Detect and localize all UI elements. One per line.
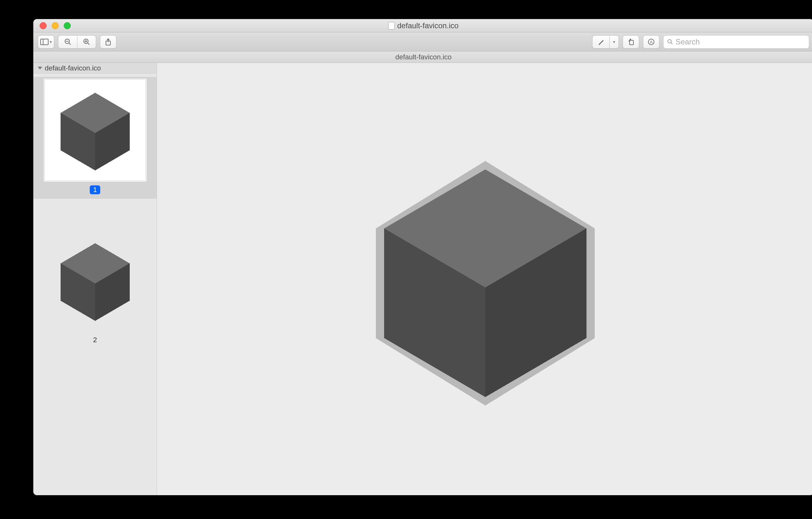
svg-rect-0 <box>40 39 48 45</box>
zoom-out-icon <box>64 38 71 46</box>
sidebar-toggle-icon <box>40 39 49 45</box>
markup-dropdown-button[interactable]: ▾ <box>609 35 619 49</box>
chevron-down-icon: ▾ <box>50 40 52 44</box>
svg-rect-11 <box>630 40 633 45</box>
close-button[interactable] <box>40 22 47 29</box>
thumbnail-list: 1 2 <box>33 74 157 495</box>
thumbnail-label: 1 <box>90 185 100 194</box>
svg-text:A: A <box>650 40 653 45</box>
document-subtitle: default-favicon.ico <box>395 53 452 61</box>
thumbnail-label: 2 <box>93 336 97 344</box>
minimize-button[interactable] <box>52 22 59 29</box>
markup-button[interactable] <box>592 35 609 49</box>
sidebar-file-label: default-favicon.ico <box>45 64 101 72</box>
chevron-down-icon: ▾ <box>613 40 615 44</box>
document-subtitle-bar: default-favicon.ico <box>33 51 812 63</box>
zoom-button[interactable] <box>64 22 71 29</box>
zoom-in-icon <box>83 38 90 46</box>
cube-image <box>350 144 620 414</box>
search-field[interactable] <box>663 35 809 49</box>
zoom-group <box>58 35 96 49</box>
titlebar: default-favicon.ico <box>33 19 812 32</box>
toolbar: ▾ ▾ A <box>33 32 812 51</box>
info-icon: A <box>648 38 655 46</box>
sidebar-toggle-button[interactable]: ▾ <box>38 35 54 49</box>
thumbnail-sidebar: default-favicon.ico 1 <box>33 63 157 495</box>
markup-group: ▾ <box>592 35 619 49</box>
svg-line-3 <box>69 43 71 45</box>
markup-icon <box>598 38 605 46</box>
sidebar-file-header[interactable]: default-favicon.ico <box>33 63 157 74</box>
info-button[interactable]: A <box>643 35 660 49</box>
thumbnail-item[interactable]: 1 <box>33 77 157 199</box>
svg-line-15 <box>671 43 673 44</box>
traffic-lights <box>33 22 71 29</box>
search-input[interactable] <box>676 37 805 46</box>
svg-point-14 <box>668 39 671 43</box>
zoom-in-button[interactable] <box>77 35 96 49</box>
share-icon <box>105 38 111 46</box>
disclosure-triangle-icon <box>38 67 42 70</box>
window-title-wrap: default-favicon.ico <box>388 21 458 30</box>
document-icon <box>388 22 395 29</box>
rotate-icon <box>627 38 635 46</box>
thumbnail-preview <box>45 230 146 331</box>
share-button[interactable] <box>100 35 116 49</box>
cube-icon <box>49 84 141 176</box>
rotate-button[interactable] <box>622 35 639 49</box>
window-title: default-favicon.ico <box>397 21 458 30</box>
zoom-out-button[interactable] <box>58 35 77 49</box>
thumbnail-item[interactable]: 2 <box>33 227 157 349</box>
content-area: default-favicon.ico 1 <box>33 63 812 495</box>
main-canvas[interactable] <box>157 63 812 495</box>
cube-icon <box>49 235 141 327</box>
svg-line-6 <box>88 43 89 45</box>
preview-window: default-favicon.ico ▾ ▾ <box>33 19 812 495</box>
thumbnail-preview <box>45 79 146 181</box>
search-icon <box>667 39 673 45</box>
